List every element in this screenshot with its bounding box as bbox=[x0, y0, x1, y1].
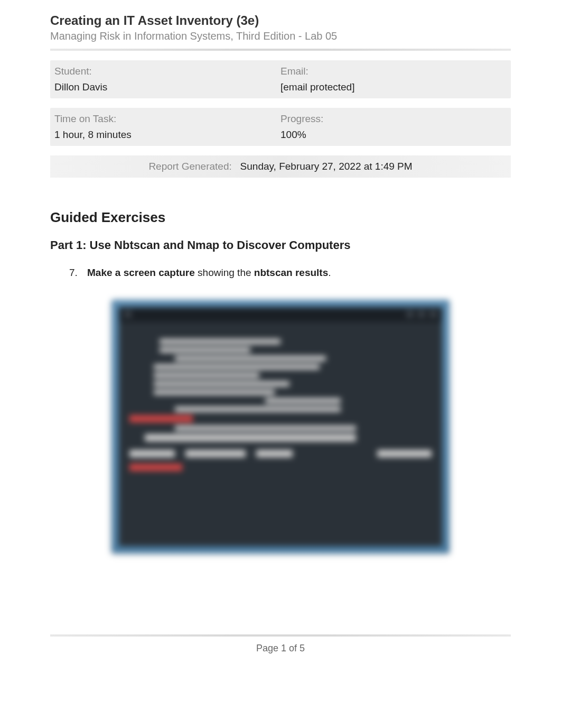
exercise-text: Make a screen capture showing the nbtsca… bbox=[87, 267, 331, 279]
exercise-number: 7. bbox=[69, 267, 82, 279]
student-value: Dillon Davis bbox=[54, 81, 280, 93]
footer-divider bbox=[50, 634, 511, 637]
progress-value: 100% bbox=[280, 129, 507, 141]
time-label: Time on Task: bbox=[54, 113, 280, 125]
progress-label: Progress: bbox=[280, 113, 507, 125]
exercise-item: 7. Make a screen capture showing the nbt… bbox=[50, 267, 511, 279]
email-value: [email protected] bbox=[280, 81, 507, 93]
page-number: Page 1 of 5 bbox=[50, 643, 511, 654]
screenshot-container bbox=[50, 300, 511, 554]
document-title: Creating an IT Asset Inventory (3e) bbox=[50, 13, 511, 28]
blurred-screenshot bbox=[111, 300, 450, 554]
student-info-block-1: Student: Dillon Davis Email: [email prot… bbox=[50, 60, 511, 98]
section-heading: Guided Exercises bbox=[50, 209, 511, 226]
document-subtitle: Managing Risk in Information Systems, Th… bbox=[50, 30, 511, 42]
divider bbox=[50, 49, 511, 51]
student-info-block-2: Time on Task: 1 hour, 8 minutes Progress… bbox=[50, 108, 511, 146]
email-label: Email: bbox=[280, 66, 507, 77]
time-value: 1 hour, 8 minutes bbox=[54, 129, 280, 141]
report-generated: Report Generated: Sunday, February 27, 2… bbox=[50, 155, 511, 178]
report-value: Sunday, February 27, 2022 at 1:49 PM bbox=[240, 161, 413, 172]
part-heading: Part 1: Use Nbtscan and Nmap to Discover… bbox=[50, 238, 511, 252]
student-label: Student: bbox=[54, 66, 280, 77]
page-footer: Page 1 of 5 bbox=[50, 634, 511, 654]
report-label: Report Generated: bbox=[148, 161, 231, 172]
